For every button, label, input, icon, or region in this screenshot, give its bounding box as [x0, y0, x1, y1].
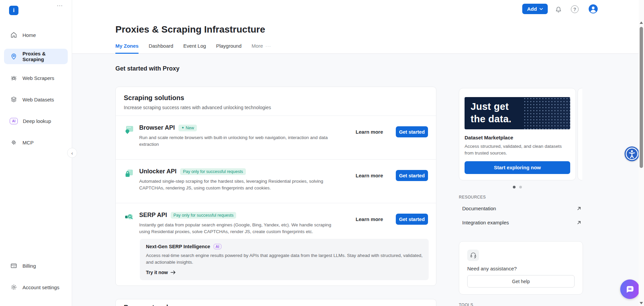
tab-label: Dashboard [149, 43, 173, 49]
try-it-now-label: Try it now [146, 270, 168, 275]
row-title: Browser API [139, 124, 175, 131]
carousel-peek-card[interactable] [578, 88, 582, 180]
resource-link-label: Documentation [462, 206, 496, 211]
spider-icon [10, 74, 17, 82]
sidebar-item-label: MCP [22, 140, 34, 145]
vertical-scrollbar [639, 0, 644, 306]
proxy-networks-card: Proxy networks [115, 299, 436, 306]
headset-icon-box [467, 250, 479, 261]
avatar-icon [589, 4, 598, 13]
dataset-marketplace-card: Just get the data. Dataset Marketplace A… [459, 88, 576, 180]
just-get-the-data-banner: Just get the data. [465, 97, 570, 129]
assistance-card: Need any assistance? Get help [459, 241, 583, 295]
learn-more-link[interactable]: Learn more [356, 173, 383, 178]
external-link-arrow-icon [577, 220, 582, 225]
home-icon [10, 31, 17, 39]
scraping-solutions-card: Scraping solutions Increase scraping suc… [115, 87, 436, 286]
tab-dashboard[interactable]: Dashboard [149, 43, 173, 54]
row-title: Unlocker API [139, 168, 176, 175]
card-header: Scraping solutions Increase scraping suc… [116, 87, 436, 116]
sidebar-item-web-scrapers[interactable]: Web Scrapers [4, 70, 68, 86]
sidebar-item-label: Billing [22, 263, 36, 269]
row-description: Run and scale remote browsers with built… [139, 134, 342, 147]
card-title: Scraping solutions [124, 94, 428, 102]
tab-my-zones[interactable]: My Zones [115, 43, 139, 54]
sidebar-item-deep-lookup[interactable]: AI Deep lookup [4, 113, 68, 129]
sidebar-menu-dots-icon[interactable]: ⋯ [57, 2, 63, 9]
proxy-networks-title: Proxy networks [124, 304, 428, 306]
chat-widget-button[interactable] [620, 279, 640, 299]
tab-event-log[interactable]: Event Log [183, 43, 206, 54]
tab-playground[interactable]: Playground [216, 43, 241, 54]
tab-label: Event Log [183, 43, 206, 49]
section-title: Get started with Proxy [115, 65, 179, 72]
tab-bar: My Zones Dashboard Event Log Playground … [115, 43, 271, 54]
unlocker-api-icon [124, 169, 134, 178]
sidebar-item-label: Web Datasets [22, 97, 54, 102]
sidebar-item-proxies-scraping[interactable]: Proxies & Scraping [4, 49, 68, 64]
resource-link-documentation[interactable]: Documentation [459, 203, 583, 214]
pay-badge: Pay only for successful requests [171, 212, 236, 219]
resources-section: RESOURCES Documentation Integration exam… [459, 195, 583, 228]
promo-title: Next-Gen SERP Intelligence [146, 244, 210, 249]
sidebar-item-label: Deep lookup [23, 118, 51, 124]
bell-icon [554, 5, 563, 14]
promo-description: Access real-time search engine results p… [146, 252, 423, 265]
resource-link-integration-examples[interactable]: Integration examples [459, 217, 583, 228]
question-mark-icon: ? [573, 7, 576, 12]
location-pin-icon [10, 53, 17, 60]
chevron-left-icon: ‹ [71, 150, 73, 156]
sidebar-item-billing[interactable]: Billing [4, 258, 68, 273]
marketplace-title: Dataset Marketplace [465, 135, 570, 140]
top-bar: Proxies & Scraping Infrastructure My Zon… [72, 0, 644, 54]
scrollbar-down-arrow[interactable] [640, 302, 643, 304]
more-dots-icon: ··· [265, 43, 271, 49]
start-exploring-button[interactable]: Start exploring now [465, 161, 570, 174]
banner-line1: Just get [471, 100, 570, 113]
tab-more[interactable]: More ··· [252, 43, 271, 54]
sidebar-collapse-button[interactable]: ‹ [67, 148, 77, 158]
get-help-button[interactable]: Get help [467, 275, 575, 288]
card-subtitle: Increase scraping success rates with adv… [124, 105, 428, 110]
carousel-dot-1[interactable] [513, 186, 516, 188]
row-body: Browser API ✦New Run and scale remote br… [139, 124, 342, 147]
carousel-dot-2[interactable] [519, 186, 522, 188]
badge-label: Pay only for successful requests [173, 213, 233, 218]
serp-api-icon [124, 212, 134, 222]
accessibility-icon [625, 147, 639, 161]
sidebar-bottom-nav: Billing Account settings [4, 258, 68, 295]
try-it-now-link[interactable]: Try it now [146, 270, 176, 275]
tools-heading: TOOLS [459, 303, 473, 306]
browser-api-icon [124, 125, 134, 134]
brand-logo[interactable]: i [9, 6, 18, 15]
sidebar-item-web-datasets[interactable]: Web Datasets [4, 92, 68, 107]
scrollbar-up-arrow[interactable] [640, 21, 643, 24]
brand-logo-letter: i [13, 7, 15, 14]
sidebar-item-label: Account settings [22, 285, 59, 290]
add-button[interactable]: Add [522, 4, 548, 14]
scrollbar-thumb[interactable] [640, 27, 643, 168]
add-button-label: Add [527, 6, 537, 12]
learn-more-link[interactable]: Learn more [356, 129, 383, 135]
row-actions: Learn more Get started [356, 126, 428, 137]
resources-heading: RESOURCES [459, 195, 583, 200]
account-avatar[interactable] [589, 4, 598, 13]
new-badge: ✦New [178, 125, 197, 131]
notifications-button[interactable] [554, 5, 563, 14]
get-started-button[interactable]: Get started [396, 170, 428, 181]
row-actions: Learn more Get started [356, 214, 428, 225]
chat-bubble-icon [625, 285, 635, 294]
ai-badge-icon: AI [10, 118, 18, 124]
main-content: Get started with Proxy Scraping solution… [72, 54, 644, 306]
help-button[interactable]: ? [571, 5, 579, 13]
sidebar-item-mcp[interactable]: MCP [4, 135, 68, 150]
solution-row-unlocker-api: Unlocker API Pay only for successful req… [116, 160, 436, 203]
get-started-button[interactable]: Get started [396, 126, 428, 137]
get-started-button[interactable]: Get started [396, 214, 428, 225]
sidebar-item-account-settings[interactable]: Account settings [4, 279, 68, 295]
sidebar-item-home[interactable]: Home [4, 27, 68, 43]
banner-line2: the data. [471, 113, 570, 125]
accessibility-widget-button[interactable] [625, 146, 639, 161]
row-description: Instantly get data from popular search e… [139, 222, 342, 235]
learn-more-link[interactable]: Learn more [356, 216, 383, 222]
